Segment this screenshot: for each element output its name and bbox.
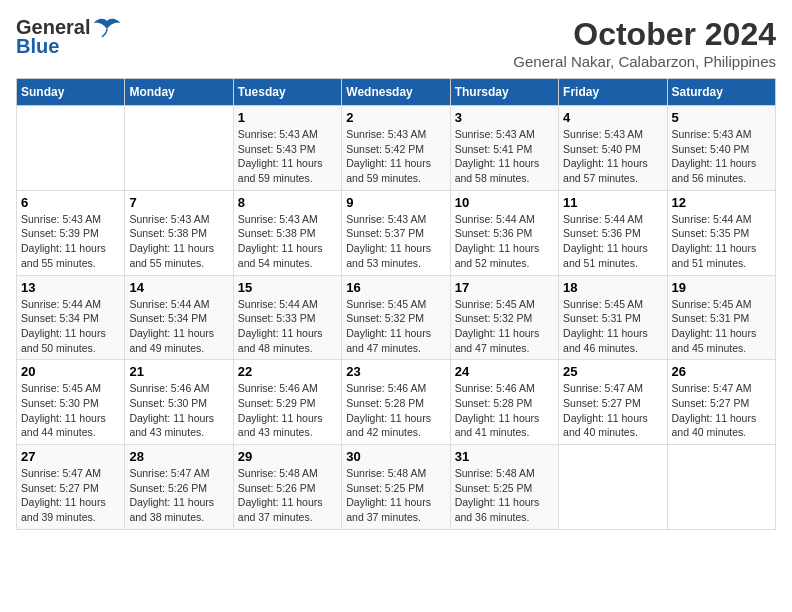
- day-number: 12: [672, 195, 771, 210]
- calendar-cell: 6Sunrise: 5:43 AMSunset: 5:39 PMDaylight…: [17, 190, 125, 275]
- calendar-cell: 10Sunrise: 5:44 AMSunset: 5:36 PMDayligh…: [450, 190, 558, 275]
- day-number: 13: [21, 280, 120, 295]
- day-info: Sunrise: 5:48 AMSunset: 5:26 PMDaylight:…: [238, 466, 337, 525]
- title-area: October 2024 General Nakar, Calabarzon, …: [513, 16, 776, 70]
- day-number: 19: [672, 280, 771, 295]
- day-number: 22: [238, 364, 337, 379]
- month-title: October 2024: [513, 16, 776, 53]
- day-number: 1: [238, 110, 337, 125]
- column-header-saturday: Saturday: [667, 79, 775, 106]
- day-number: 10: [455, 195, 554, 210]
- day-info: Sunrise: 5:43 AMSunset: 5:42 PMDaylight:…: [346, 127, 445, 186]
- day-info: Sunrise: 5:43 AMSunset: 5:40 PMDaylight:…: [563, 127, 662, 186]
- day-number: 9: [346, 195, 445, 210]
- day-info: Sunrise: 5:46 AMSunset: 5:28 PMDaylight:…: [346, 381, 445, 440]
- day-info: Sunrise: 5:46 AMSunset: 5:28 PMDaylight:…: [455, 381, 554, 440]
- day-info: Sunrise: 5:46 AMSunset: 5:30 PMDaylight:…: [129, 381, 228, 440]
- calendar-header-row: SundayMondayTuesdayWednesdayThursdayFrid…: [17, 79, 776, 106]
- day-info: Sunrise: 5:45 AMSunset: 5:31 PMDaylight:…: [672, 297, 771, 356]
- calendar-cell: 11Sunrise: 5:44 AMSunset: 5:36 PMDayligh…: [559, 190, 667, 275]
- day-number: 14: [129, 280, 228, 295]
- calendar-week-row: 6Sunrise: 5:43 AMSunset: 5:39 PMDaylight…: [17, 190, 776, 275]
- calendar-week-row: 27Sunrise: 5:47 AMSunset: 5:27 PMDayligh…: [17, 445, 776, 530]
- calendar-cell: 4Sunrise: 5:43 AMSunset: 5:40 PMDaylight…: [559, 106, 667, 191]
- calendar-cell: 2Sunrise: 5:43 AMSunset: 5:42 PMDaylight…: [342, 106, 450, 191]
- day-info: Sunrise: 5:47 AMSunset: 5:27 PMDaylight:…: [672, 381, 771, 440]
- day-number: 23: [346, 364, 445, 379]
- day-info: Sunrise: 5:43 AMSunset: 5:38 PMDaylight:…: [238, 212, 337, 271]
- calendar-cell: 21Sunrise: 5:46 AMSunset: 5:30 PMDayligh…: [125, 360, 233, 445]
- column-header-friday: Friday: [559, 79, 667, 106]
- day-info: Sunrise: 5:43 AMSunset: 5:37 PMDaylight:…: [346, 212, 445, 271]
- day-number: 25: [563, 364, 662, 379]
- calendar-cell: 30Sunrise: 5:48 AMSunset: 5:25 PMDayligh…: [342, 445, 450, 530]
- day-number: 8: [238, 195, 337, 210]
- day-info: Sunrise: 5:44 AMSunset: 5:36 PMDaylight:…: [455, 212, 554, 271]
- column-header-tuesday: Tuesday: [233, 79, 341, 106]
- calendar-cell: 14Sunrise: 5:44 AMSunset: 5:34 PMDayligh…: [125, 275, 233, 360]
- day-info: Sunrise: 5:45 AMSunset: 5:32 PMDaylight:…: [346, 297, 445, 356]
- day-number: 2: [346, 110, 445, 125]
- column-header-sunday: Sunday: [17, 79, 125, 106]
- page-header: General Blue October 2024 General Nakar,…: [16, 16, 776, 70]
- column-header-monday: Monday: [125, 79, 233, 106]
- calendar-cell: 24Sunrise: 5:46 AMSunset: 5:28 PMDayligh…: [450, 360, 558, 445]
- calendar-cell: [125, 106, 233, 191]
- day-number: 30: [346, 449, 445, 464]
- calendar-cell: 16Sunrise: 5:45 AMSunset: 5:32 PMDayligh…: [342, 275, 450, 360]
- calendar-cell: 17Sunrise: 5:45 AMSunset: 5:32 PMDayligh…: [450, 275, 558, 360]
- calendar-cell: 13Sunrise: 5:44 AMSunset: 5:34 PMDayligh…: [17, 275, 125, 360]
- day-info: Sunrise: 5:48 AMSunset: 5:25 PMDaylight:…: [455, 466, 554, 525]
- day-number: 11: [563, 195, 662, 210]
- calendar-cell: 23Sunrise: 5:46 AMSunset: 5:28 PMDayligh…: [342, 360, 450, 445]
- day-number: 7: [129, 195, 228, 210]
- day-number: 21: [129, 364, 228, 379]
- day-number: 27: [21, 449, 120, 464]
- calendar-cell: 3Sunrise: 5:43 AMSunset: 5:41 PMDaylight…: [450, 106, 558, 191]
- day-info: Sunrise: 5:43 AMSunset: 5:39 PMDaylight:…: [21, 212, 120, 271]
- calendar-cell: 19Sunrise: 5:45 AMSunset: 5:31 PMDayligh…: [667, 275, 775, 360]
- location-title: General Nakar, Calabarzon, Philippines: [513, 53, 776, 70]
- day-number: 24: [455, 364, 554, 379]
- day-info: Sunrise: 5:47 AMSunset: 5:26 PMDaylight:…: [129, 466, 228, 525]
- logo-blue-text: Blue: [16, 35, 59, 58]
- calendar-table: SundayMondayTuesdayWednesdayThursdayFrid…: [16, 78, 776, 530]
- day-number: 16: [346, 280, 445, 295]
- day-info: Sunrise: 5:45 AMSunset: 5:30 PMDaylight:…: [21, 381, 120, 440]
- day-number: 17: [455, 280, 554, 295]
- calendar-cell: 18Sunrise: 5:45 AMSunset: 5:31 PMDayligh…: [559, 275, 667, 360]
- calendar-cell: 25Sunrise: 5:47 AMSunset: 5:27 PMDayligh…: [559, 360, 667, 445]
- day-number: 15: [238, 280, 337, 295]
- day-number: 5: [672, 110, 771, 125]
- calendar-cell: 9Sunrise: 5:43 AMSunset: 5:37 PMDaylight…: [342, 190, 450, 275]
- calendar-cell: 26Sunrise: 5:47 AMSunset: 5:27 PMDayligh…: [667, 360, 775, 445]
- calendar-cell: 27Sunrise: 5:47 AMSunset: 5:27 PMDayligh…: [17, 445, 125, 530]
- day-number: 31: [455, 449, 554, 464]
- day-info: Sunrise: 5:43 AMSunset: 5:38 PMDaylight:…: [129, 212, 228, 271]
- calendar-cell: 5Sunrise: 5:43 AMSunset: 5:40 PMDaylight…: [667, 106, 775, 191]
- calendar-cell: 28Sunrise: 5:47 AMSunset: 5:26 PMDayligh…: [125, 445, 233, 530]
- day-info: Sunrise: 5:44 AMSunset: 5:36 PMDaylight:…: [563, 212, 662, 271]
- day-info: Sunrise: 5:43 AMSunset: 5:43 PMDaylight:…: [238, 127, 337, 186]
- calendar-week-row: 13Sunrise: 5:44 AMSunset: 5:34 PMDayligh…: [17, 275, 776, 360]
- day-info: Sunrise: 5:46 AMSunset: 5:29 PMDaylight:…: [238, 381, 337, 440]
- calendar-cell: 29Sunrise: 5:48 AMSunset: 5:26 PMDayligh…: [233, 445, 341, 530]
- day-info: Sunrise: 5:44 AMSunset: 5:34 PMDaylight:…: [21, 297, 120, 356]
- day-info: Sunrise: 5:45 AMSunset: 5:31 PMDaylight:…: [563, 297, 662, 356]
- day-info: Sunrise: 5:43 AMSunset: 5:41 PMDaylight:…: [455, 127, 554, 186]
- day-number: 20: [21, 364, 120, 379]
- day-number: 3: [455, 110, 554, 125]
- calendar-cell: 7Sunrise: 5:43 AMSunset: 5:38 PMDaylight…: [125, 190, 233, 275]
- calendar-cell: [17, 106, 125, 191]
- column-header-thursday: Thursday: [450, 79, 558, 106]
- calendar-cell: 15Sunrise: 5:44 AMSunset: 5:33 PMDayligh…: [233, 275, 341, 360]
- day-info: Sunrise: 5:45 AMSunset: 5:32 PMDaylight:…: [455, 297, 554, 356]
- calendar-cell: [559, 445, 667, 530]
- day-info: Sunrise: 5:48 AMSunset: 5:25 PMDaylight:…: [346, 466, 445, 525]
- calendar-week-row: 1Sunrise: 5:43 AMSunset: 5:43 PMDaylight…: [17, 106, 776, 191]
- day-info: Sunrise: 5:43 AMSunset: 5:40 PMDaylight:…: [672, 127, 771, 186]
- calendar-cell: [667, 445, 775, 530]
- day-number: 28: [129, 449, 228, 464]
- day-number: 18: [563, 280, 662, 295]
- day-number: 4: [563, 110, 662, 125]
